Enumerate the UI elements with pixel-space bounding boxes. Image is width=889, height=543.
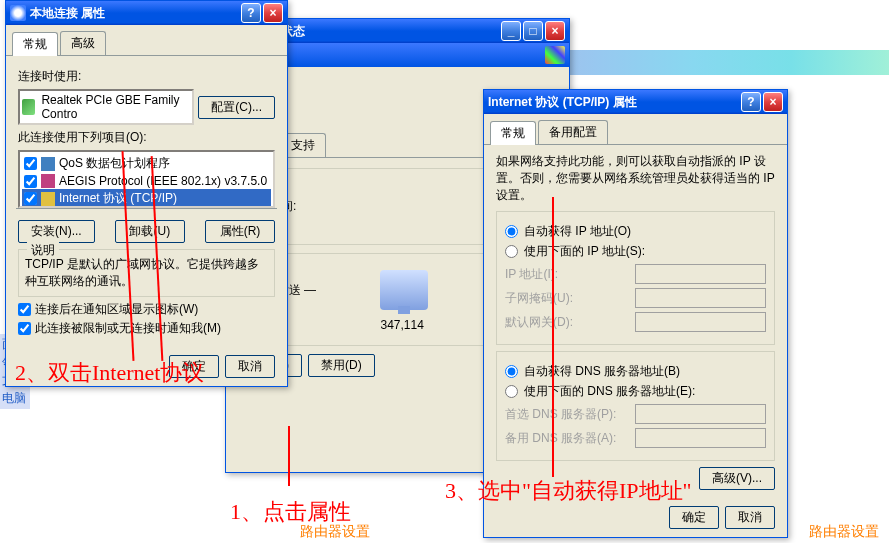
nic-icon <box>22 99 35 115</box>
connect-using-label: 连接时使用: <box>18 68 275 85</box>
dns1-field <box>635 404 766 424</box>
watermark-brand: 路由器设置 <box>809 523 879 541</box>
auto-dns-row[interactable]: 自动获得 DNS 服务器地址(B) <box>505 363 766 380</box>
list-item-aegis[interactable]: AEGIS Protocol (IEEE 802.1x) v3.7.5.0 <box>22 173 271 189</box>
dns2-field <box>635 428 766 448</box>
qos-icon <box>41 157 55 171</box>
item-properties-button[interactable]: 属性(R) <box>205 220 275 243</box>
manual-dns-row[interactable]: 使用下面的 DNS 服务器地址(E): <box>505 383 766 400</box>
auto-ip-radio[interactable] <box>505 225 518 238</box>
tcpip-properties-dialog: Internet 协议 (TCP/IP) 属性 ? × 常规 备用配置 如果网络… <box>483 89 788 538</box>
ok-button[interactable]: 确定 <box>669 506 719 529</box>
tab-general[interactable]: 常规 <box>12 32 58 56</box>
aegis-icon <box>41 174 55 188</box>
adapter-name: Realtek PCIe GBE Family Contro <box>41 93 190 121</box>
tab-advanced[interactable]: 高级 <box>60 31 106 55</box>
adapter-box: Realtek PCIe GBE Family Contro <box>18 89 194 125</box>
dns-radio-group: 自动获得 DNS 服务器地址(B) 使用下面的 DNS 服务器地址(E): 首选… <box>496 351 775 461</box>
annotation-step1: 1、点击属性 <box>230 497 351 527</box>
lan-icon <box>10 5 26 21</box>
help-icon[interactable]: ? <box>741 92 761 112</box>
ip-radio-group: 自动获得 IP 地址(O) 使用下面的 IP 地址(S): IP 地址(I): … <box>496 211 775 345</box>
checkbox[interactable] <box>24 175 37 188</box>
lan-properties-dialog: 本地连接 属性 ? × 常规 高级 连接时使用: Realtek PCIe GB… <box>5 0 288 387</box>
help-icon[interactable]: ? <box>241 3 261 23</box>
annotation-step3: 3、选中"自动获得IP地址" <box>445 476 692 506</box>
checkbox[interactable] <box>24 157 37 170</box>
items-label: 此连接使用下列项目(O): <box>18 129 275 146</box>
notify-check-row[interactable]: 连接后在通知区域显示图标(W) <box>18 301 275 318</box>
disable-button[interactable]: 禁用(D) <box>308 354 375 377</box>
tcpip-icon <box>41 192 55 206</box>
tcpip-tabs: 常规 备用配置 <box>484 114 787 145</box>
description-group: 说明 TCP/IP 是默认的广域网协议。它提供跨越多种互联网络的通讯。 <box>18 249 275 297</box>
dns2-label: 备用 DNS 服务器(A): <box>505 430 635 447</box>
desktop-background: 面板 邻居 文档 电脑 本地连接 状态 _ □ × 常规 支持 状态:已连接 持… <box>0 0 889 495</box>
gateway-label: 默认网关(D): <box>505 314 635 331</box>
limited-checkbox[interactable] <box>18 322 31 335</box>
list-item-qos[interactable]: QoS 数据包计划程序 <box>22 154 271 173</box>
anno-line-3 <box>552 197 554 477</box>
manual-ip-row[interactable]: 使用下面的 IP 地址(S): <box>505 243 766 260</box>
close-icon[interactable]: × <box>763 92 783 112</box>
tab-alternate[interactable]: 备用配置 <box>538 120 608 144</box>
tcpip-title: Internet 协议 (TCP/IP) 属性 <box>488 94 739 111</box>
auto-ip-row[interactable]: 自动获得 IP 地址(O) <box>505 223 766 240</box>
components-list[interactable]: QoS 数据包计划程序 AEGIS Protocol (IEEE 802.1x)… <box>18 150 275 208</box>
minimize-icon[interactable]: _ <box>501 21 521 41</box>
gateway-field <box>635 312 766 332</box>
windows-flag-icon <box>545 46 565 64</box>
close-icon[interactable]: × <box>545 21 565 41</box>
dns1-label: 首选 DNS 服务器(P): <box>505 406 635 423</box>
configure-button[interactable]: 配置(C)... <box>198 96 275 119</box>
sidebar-fragment: 电脑 <box>0 388 30 409</box>
desc-label: 说明 <box>27 242 59 259</box>
list-item-tcpip[interactable]: Internet 协议 (TCP/IP) <box>22 189 271 208</box>
desc-text: TCP/IP 是默认的广域网协议。它提供跨越多种互联网络的通讯。 <box>25 256 268 290</box>
cancel-button[interactable]: 取消 <box>225 355 275 378</box>
auto-dns-radio[interactable] <box>505 365 518 378</box>
limited-check-row[interactable]: 此连接被限制或无连接时通知我(M) <box>18 320 275 337</box>
tcpip-body: 如果网络支持此功能，则可以获取自动指派的 IP 设置。否则，您需要从网络系统管理… <box>484 145 787 498</box>
close-icon[interactable]: × <box>263 3 283 23</box>
advanced-button[interactable]: 高级(V)... <box>699 467 775 490</box>
lan-body: 连接时使用: Realtek PCIe GBE Family Contro 配置… <box>6 56 287 347</box>
tcpip-titlebar[interactable]: Internet 协议 (TCP/IP) 属性 ? × <box>484 90 787 114</box>
ip-label: IP 地址(I): <box>505 266 635 283</box>
manual-ip-radio[interactable] <box>505 245 518 258</box>
anno-line-1 <box>288 426 290 486</box>
subnet-field <box>635 288 766 308</box>
ip-field <box>635 264 766 284</box>
annotation-step2: 2、双击Internet协议 <box>15 358 204 388</box>
tcpip-intro: 如果网络支持此功能，则可以获取自动指派的 IP 设置。否则，您需要从网络系统管理… <box>496 153 775 203</box>
install-button[interactable]: 安装(N)... <box>18 220 95 243</box>
lan-title: 本地连接 属性 <box>30 5 239 22</box>
maximize-icon[interactable]: □ <box>523 21 543 41</box>
lan-tabs: 常规 高级 <box>6 25 287 56</box>
subnet-label: 子网掩码(U): <box>505 290 635 307</box>
lan-titlebar[interactable]: 本地连接 属性 ? × <box>6 1 287 25</box>
notify-checkbox[interactable] <box>18 303 31 316</box>
checkbox[interactable] <box>24 192 37 205</box>
tab-general[interactable]: 常规 <box>490 121 536 145</box>
cancel-button[interactable]: 取消 <box>725 506 775 529</box>
network-monitor-icon <box>380 270 428 310</box>
packets-sent: 347,114 <box>380 318 423 335</box>
manual-dns-radio[interactable] <box>505 385 518 398</box>
